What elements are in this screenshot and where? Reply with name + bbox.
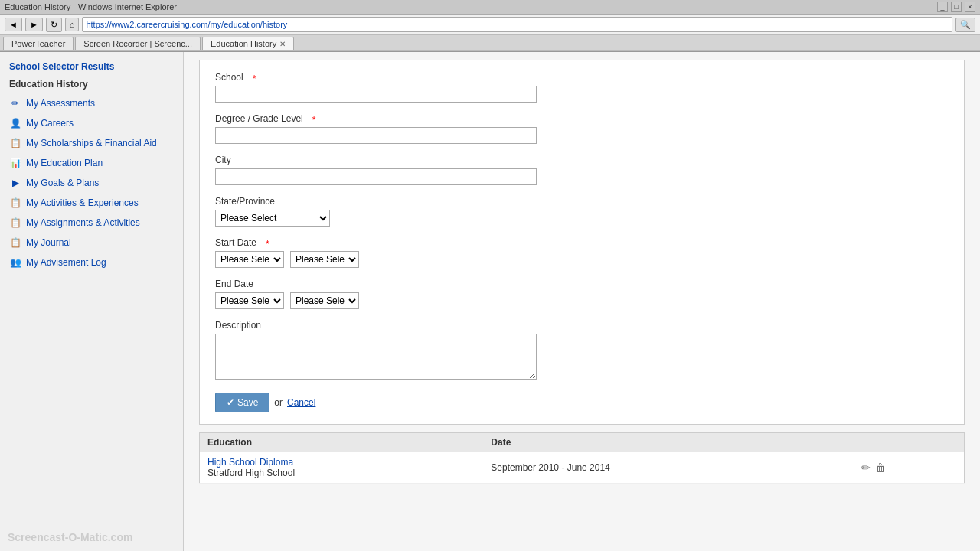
school-selector-link[interactable]: School Selector Results <box>0 58 183 75</box>
sidebar-item-careers[interactable]: 👤 My Careers <box>0 113 183 133</box>
sidebar-item-journal[interactable]: 📋 My Journal <box>0 233 183 253</box>
home-button[interactable]: ⌂ <box>65 18 80 31</box>
description-input[interactable] <box>215 334 537 380</box>
restore-button[interactable]: □ <box>951 2 962 12</box>
sidebar-active-item: Education History <box>0 75 183 93</box>
window-title: Education History - Windows Internet Exp… <box>5 2 177 11</box>
end-date-field-group: End Date Please Select January February … <box>215 279 949 309</box>
degree-input[interactable] <box>215 127 537 144</box>
close-icon[interactable]: ✕ <box>279 40 286 48</box>
or-text: or <box>274 397 283 408</box>
sidebar-item-goals[interactable]: ▶ My Goals & Plans <box>0 173 183 193</box>
watermark: Screencast-O-Matic.com <box>8 531 132 543</box>
city-input[interactable] <box>215 168 537 185</box>
tab-powerteacher[interactable]: PowerTeacher <box>3 37 74 50</box>
content-area: School * Degree / Grade Level * City <box>184 52 980 551</box>
sidebar-item-education-plan[interactable]: 📊 My Education Plan <box>0 153 183 173</box>
school-label: School <box>215 72 243 83</box>
search-button[interactable]: 🔍 <box>956 18 975 32</box>
education-title-link[interactable]: High School Diploma <box>207 457 293 468</box>
refresh-button[interactable]: ↻ <box>46 18 62 32</box>
tabs-bar: PowerTeacher Screen Recorder | Screenc..… <box>0 35 980 51</box>
education-col-header: Education <box>200 433 484 452</box>
school-required: * <box>253 73 256 84</box>
sidebar-item-assessments[interactable]: ✏ My Assessments <box>0 93 183 113</box>
sidebar: School Selector Results Education Histor… <box>0 52 184 551</box>
tab-screenrecorder[interactable]: Screen Recorder | Screenc... <box>75 37 201 50</box>
city-label: City <box>215 155 949 165</box>
sidebar-item-advisement[interactable]: 👥 My Advisement Log <box>0 253 183 272</box>
back-button[interactable]: ◄ <box>5 18 22 31</box>
address-bar[interactable]: https://www2.careercruising.com/my/educa… <box>82 17 952 32</box>
table-body: High School Diploma Stratford High Schoo… <box>200 452 965 484</box>
close-button[interactable]: × <box>965 2 975 12</box>
url-text: https://www2.careercruising.com/my/educa… <box>86 20 287 29</box>
actions-cell: ✏ 🗑 <box>854 452 965 484</box>
start-year-select[interactable]: Please Select 2014 2013 2012 2011 2010 <box>290 251 359 268</box>
description-field-group: Description <box>215 320 949 382</box>
end-year-select[interactable]: Please Select 2014 2013 2012 2011 2010 <box>290 292 359 309</box>
sidebar-item-label: My Goals & Plans <box>26 178 99 188</box>
state-field-group: State/Province Please Select Alabama Ala… <box>215 196 949 227</box>
cancel-button[interactable]: Cancel <box>287 397 315 408</box>
minimize-button[interactable]: _ <box>937 2 948 12</box>
end-date-label: End Date <box>215 279 949 289</box>
window-controls: _ □ × <box>937 2 975 12</box>
sidebar-item-label: My Activities & Experiences <box>26 197 139 208</box>
app-layout: School Selector Results Education Histor… <box>0 52 980 551</box>
careers-icon: 👤 <box>9 117 21 129</box>
education-table: Education Date High School Diploma Strat… <box>199 432 965 484</box>
assessments-icon: ✏ <box>9 97 21 109</box>
description-label: Description <box>215 320 949 331</box>
start-date-selects: Please Select January February March Apr… <box>215 251 949 268</box>
form-section: School * Degree / Grade Level * City <box>199 60 965 425</box>
city-field-group: City <box>215 155 949 185</box>
forward-button[interactable]: ► <box>25 18 43 31</box>
checkmark-icon: ✔ <box>227 397 234 408</box>
school-label-row: School * <box>215 72 949 86</box>
sidebar-item-activities[interactable]: 📋 My Activities & Experiences <box>0 193 183 213</box>
tab-educationhistory[interactable]: Education History ✕ <box>202 37 294 50</box>
browser-chrome: Education History - Windows Internet Exp… <box>0 0 980 52</box>
advisement-icon: 👥 <box>9 256 21 269</box>
start-date-required: * <box>266 239 270 249</box>
activities-icon: 📋 <box>9 197 21 209</box>
state-select[interactable]: Please Select Alabama Alaska Arizona Cal… <box>215 210 330 227</box>
tab-label: Screen Recorder | Screenc... <box>83 39 192 48</box>
tab-label: Education History <box>211 39 276 48</box>
nav-bar: ◄ ► ↻ ⌂ https://www2.careercruising.com/… <box>0 15 980 35</box>
goals-icon: ▶ <box>9 177 21 189</box>
save-label: Save <box>237 397 258 408</box>
scholarships-icon: 📋 <box>9 137 21 149</box>
sidebar-item-assignments[interactable]: 📋 My Assignments & Activities <box>0 213 183 233</box>
education-cell: High School Diploma Stratford High Schoo… <box>200 452 484 484</box>
school-field-group: School * <box>215 72 949 103</box>
sidebar-item-scholarships[interactable]: 📋 My Scholarships & Financial Aid <box>0 133 183 153</box>
save-button[interactable]: ✔ Save <box>215 393 270 412</box>
journal-icon: 📋 <box>9 236 21 249</box>
title-bar: Education History - Windows Internet Exp… <box>0 0 980 15</box>
start-date-label-row: Start Date * <box>215 237 949 251</box>
date-col-header: Date <box>483 433 854 452</box>
sidebar-item-label: My Scholarships & Financial Aid <box>26 138 157 148</box>
date-cell: September 2010 - June 2014 <box>483 452 854 484</box>
degree-label: Degree / Grade Level <box>215 113 303 124</box>
assignments-icon: 📋 <box>9 217 21 229</box>
start-date-label: Start Date <box>215 237 256 248</box>
start-month-select[interactable]: Please Select January February March Apr… <box>215 251 284 268</box>
degree-label-row: Degree / Grade Level * <box>215 113 949 127</box>
table-header: Education Date <box>200 433 965 452</box>
school-input[interactable] <box>215 86 537 103</box>
tab-label: PowerTeacher <box>11 39 65 48</box>
start-date-field-group: Start Date * Please Select January Febru… <box>215 237 949 268</box>
delete-icon[interactable]: 🗑 <box>875 461 886 474</box>
action-icons: ✏ 🗑 <box>861 461 956 474</box>
sidebar-item-label: My Journal <box>26 237 71 248</box>
end-date-selects: Please Select January February March Apr… <box>215 292 949 309</box>
end-month-select[interactable]: Please Select January February March Apr… <box>215 292 284 309</box>
table-header-row: Education Date <box>200 433 965 452</box>
degree-field-group: Degree / Grade Level * <box>215 113 949 144</box>
sidebar-item-label: My Assignments & Activities <box>26 217 140 228</box>
edit-icon[interactable]: ✏ <box>861 461 871 474</box>
degree-required: * <box>312 115 316 126</box>
